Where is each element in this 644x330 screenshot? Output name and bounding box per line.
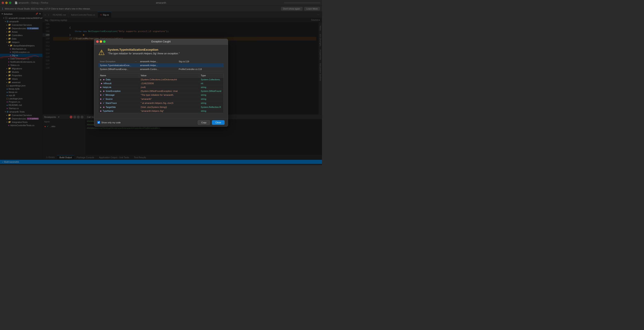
dialog-body: ⚠ System.TypeInitializationException "Th…	[94, 45, 228, 118]
prop-name-header: Name	[98, 73, 139, 77]
stack-row-3[interactable]: System.DllNotFoundExcep... amaranth.Cont…	[98, 67, 224, 71]
check-icon: ✔	[103, 102, 104, 104]
prop-icon: ■	[101, 82, 102, 85]
prop-targetsite-value: {Void .ctor(System.String)}	[139, 105, 199, 109]
prop-message-value: "The type initializer for 'amaranth.	[139, 93, 199, 97]
stack-row-2[interactable]: System.TypeInitializationExce... amarant…	[98, 63, 224, 67]
stack-type-2: System.DllNotFoundExcep...	[98, 67, 133, 71]
dialog-min-dot[interactable]	[100, 40, 102, 43]
prop-row-stacktrace[interactable]: ■ ✔ StackTrace " at amaranth.Helpers.Sig…	[98, 101, 224, 105]
stack-col1-3: amaranth.Contro...	[138, 67, 177, 71]
prop-icon: ■	[100, 94, 102, 96]
checkbox-label-text: Show only my code	[101, 121, 120, 124]
prop-stacktrace-type: string	[199, 101, 224, 105]
prop-row-helplink[interactable]: ■ HelpLink (null) string	[98, 85, 224, 89]
exception-message: "The type initializer for 'amaranth.Help…	[108, 52, 180, 55]
prop-source-name: ■ ✔ Source	[98, 97, 139, 101]
exception-type: System.TypeInitializationException	[108, 48, 180, 51]
prop-stacktrace-value: " at amaranth.Helpers.Sig..ctor(S	[139, 101, 199, 105]
prop-helplink-value: (null)	[139, 85, 199, 89]
copy-button[interactable]: Copy	[198, 120, 210, 125]
prop-icon: ■	[103, 78, 104, 81]
dialog-close-dot[interactable]	[96, 40, 99, 43]
inner-exception-label: Inner Exception	[98, 60, 133, 63]
prop-targetsite-type: System.Reflection.R	[199, 105, 224, 109]
prop-icon: ■	[100, 98, 102, 100]
prop-header: Name Value Type	[98, 73, 224, 78]
prop-hresult-type: int	[199, 81, 224, 85]
stack-trace-table: Inner Exception → amaranth.Helpe... Sig.…	[98, 60, 224, 71]
exception-dialog: Exception Caught ⚠ System.TypeInitializa…	[94, 39, 228, 127]
prop-data-name: ▶ ■ Data	[98, 78, 139, 81]
prop-hresult-name: ■ HResult	[98, 81, 139, 85]
prop-row-innerexception[interactable]: ▶ ■ InnerException {System.DllNotFoundEx…	[98, 89, 224, 93]
warning-icon: ⚠	[98, 48, 105, 57]
check-icon: ✔	[103, 98, 104, 100]
stack-col1-2: amaranth.Helpe...	[138, 63, 177, 67]
prop-icon: ■	[103, 106, 104, 108]
prop-helplink-name: ■ HelpLink	[98, 85, 139, 89]
prop-value-header: Value	[139, 73, 199, 77]
prop-message-type: string	[199, 93, 224, 97]
stack-row-inner-exception[interactable]: Inner Exception → amaranth.Helpe... Sig.…	[98, 60, 224, 63]
prop-row-data[interactable]: ▶ ■ Data {System.Collections.ListDiction…	[98, 78, 224, 81]
close-button[interactable]: Close	[212, 120, 224, 125]
dialog-footer: Show only my code Copy Close	[94, 118, 228, 126]
exception-info: System.TypeInitializationException "The …	[108, 48, 180, 55]
prop-icon: ■	[103, 90, 104, 92]
prop-typename-name: ■ TypeName	[98, 109, 139, 113]
stack-col2-2	[177, 63, 224, 67]
prop-source-type: string	[199, 97, 224, 101]
show-only-my-code-label[interactable]: Show only my code	[98, 121, 196, 124]
check-icon: ✔	[103, 94, 104, 96]
prop-hresult-value: -2146233036	[139, 81, 199, 85]
prop-icon: ■	[100, 86, 102, 88]
prop-targetsite-name: ▶ ■ TargetSite	[98, 105, 139, 109]
prop-type-header: Type	[199, 73, 224, 77]
properties-section: Name Value Type ▶ ■ Data {System.Collect…	[98, 73, 224, 113]
prop-row-source[interactable]: ■ ✔ Source "amaranth" string	[98, 97, 224, 101]
dialog-title: Exception Caught	[152, 40, 171, 43]
prop-innerexception-type: System.DllNotFound	[199, 89, 224, 93]
prop-typename-value: "amaranth.Helpers.Sig"	[139, 109, 199, 113]
prop-source-value: "amaranth"	[139, 97, 199, 101]
show-only-my-code-checkbox[interactable]	[98, 121, 100, 124]
prop-row-message[interactable]: ■ ✔ Message "The type initializer for 'a…	[98, 93, 224, 97]
exception-header: ⚠ System.TypeInitializationException "Th…	[98, 48, 224, 57]
stack-col1-1: amaranth.Helpe...	[138, 60, 177, 63]
prop-message-name: ■ ✔ Message	[98, 93, 139, 97]
prop-helplink-type: string	[199, 85, 224, 89]
dialog-titlebar: Exception Caught	[94, 39, 228, 45]
prop-icon: ■	[100, 110, 102, 112]
dialog-max-dot[interactable]	[103, 40, 106, 43]
prop-row-hresult[interactable]: ■ HResult -2146233036 int	[98, 81, 224, 85]
arrow-icon: →	[133, 60, 138, 63]
prop-row-typename[interactable]: ■ TypeName "amaranth.Helpers.Sig" string	[98, 109, 224, 113]
prop-innerexception-name: ▶ ■ InnerException	[98, 89, 139, 93]
prop-typename-type: string	[199, 109, 224, 113]
prop-icon: ■	[100, 102, 102, 104]
prop-stacktrace-name: ■ ✔ StackTrace	[98, 101, 139, 105]
prop-data-type: System.Collections.	[199, 78, 224, 81]
prop-data-value: {System.Collections.ListDictionaryInt	[139, 78, 199, 81]
dialog-controls[interactable]	[96, 40, 106, 43]
exception-dialog-overlay: Exception Caught ⚠ System.TypeInitializa…	[0, 0, 322, 165]
prop-row-targetsite[interactable]: ▶ ■ TargetSite {Void .ctor(System.String…	[98, 105, 224, 109]
prop-innerexception-value: {System.DllNotFoundException: Unal	[139, 89, 199, 93]
stack-col2-1: Sig.cs:119	[177, 60, 224, 63]
stack-type-1: System.TypeInitializationExce...	[98, 63, 133, 67]
stack-col2-3: ProfileController.cs:118	[177, 67, 224, 71]
